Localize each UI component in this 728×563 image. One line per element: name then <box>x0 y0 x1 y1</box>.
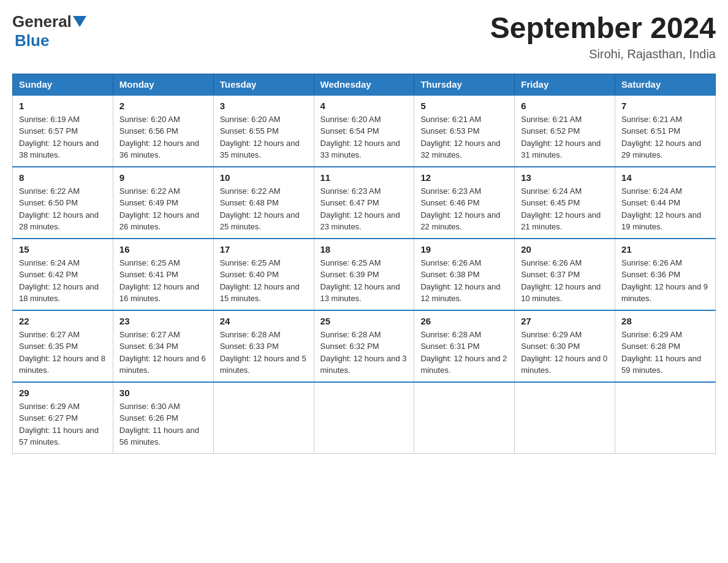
calendar-cell: 2Sunrise: 6:20 AMSunset: 6:56 PMDaylight… <box>113 95 213 167</box>
day-number: 21 <box>621 244 709 255</box>
day-info: Sunrise: 6:24 AMSunset: 6:42 PMDaylight:… <box>19 257 107 305</box>
calendar-cell: 12Sunrise: 6:23 AMSunset: 6:46 PMDayligh… <box>414 167 515 239</box>
logo-triangle-icon <box>73 16 86 29</box>
day-info: Sunrise: 6:20 AMSunset: 6:54 PMDaylight:… <box>320 113 408 161</box>
day-number: 7 <box>621 101 709 111</box>
day-info: Sunrise: 6:28 AMSunset: 6:33 PMDaylight:… <box>220 329 308 377</box>
day-number: 1 <box>19 101 107 111</box>
day-info: Sunrise: 6:26 AMSunset: 6:37 PMDaylight:… <box>521 257 609 305</box>
month-title: September 2024 <box>490 12 716 45</box>
day-info: Sunrise: 6:21 AMSunset: 6:53 PMDaylight:… <box>420 113 508 161</box>
calendar-cell: 7Sunrise: 6:21 AMSunset: 6:51 PMDaylight… <box>615 95 716 167</box>
day-info: Sunrise: 6:21 AMSunset: 6:51 PMDaylight:… <box>621 113 709 161</box>
calendar-cell: 17Sunrise: 6:25 AMSunset: 6:40 PMDayligh… <box>213 239 314 310</box>
calendar-cell: 29Sunrise: 6:29 AMSunset: 6:27 PMDayligh… <box>13 382 113 454</box>
day-info: Sunrise: 6:27 AMSunset: 6:35 PMDaylight:… <box>19 329 107 377</box>
day-info: Sunrise: 6:29 AMSunset: 6:27 PMDaylight:… <box>19 400 107 448</box>
calendar-cell: 21Sunrise: 6:26 AMSunset: 6:36 PMDayligh… <box>615 239 716 310</box>
calendar-cell: 25Sunrise: 6:28 AMSunset: 6:32 PMDayligh… <box>314 310 414 382</box>
day-info: Sunrise: 6:26 AMSunset: 6:36 PMDaylight:… <box>621 257 709 305</box>
calendar-cell: 24Sunrise: 6:28 AMSunset: 6:33 PMDayligh… <box>213 310 314 382</box>
day-info: Sunrise: 6:30 AMSunset: 6:26 PMDaylight:… <box>119 400 207 448</box>
day-number: 17 <box>220 244 308 255</box>
day-info: Sunrise: 6:27 AMSunset: 6:34 PMDaylight:… <box>119 329 207 377</box>
day-number: 28 <box>621 316 709 326</box>
col-header-saturday: Saturday <box>615 74 716 95</box>
week-row-4: 22Sunrise: 6:27 AMSunset: 6:35 PMDayligh… <box>13 310 716 382</box>
day-number: 15 <box>19 244 107 255</box>
day-info: Sunrise: 6:19 AMSunset: 6:57 PMDaylight:… <box>19 113 107 161</box>
calendar-cell: 13Sunrise: 6:24 AMSunset: 6:45 PMDayligh… <box>515 167 615 239</box>
calendar-cell: 27Sunrise: 6:29 AMSunset: 6:30 PMDayligh… <box>515 310 615 382</box>
day-number: 20 <box>521 244 609 255</box>
day-info: Sunrise: 6:29 AMSunset: 6:30 PMDaylight:… <box>521 329 609 377</box>
page-header: General Blue September 2024 Sirohi, Raja… <box>12 12 716 61</box>
col-header-tuesday: Tuesday <box>213 74 314 95</box>
calendar-cell <box>314 382 414 454</box>
day-number: 13 <box>521 172 609 183</box>
day-number: 6 <box>521 101 609 111</box>
calendar-cell: 28Sunrise: 6:29 AMSunset: 6:28 PMDayligh… <box>615 310 716 382</box>
calendar-cell: 14Sunrise: 6:24 AMSunset: 6:44 PMDayligh… <box>615 167 716 239</box>
calendar-cell: 18Sunrise: 6:25 AMSunset: 6:39 PMDayligh… <box>314 239 414 310</box>
col-header-wednesday: Wednesday <box>314 74 414 95</box>
calendar-cell: 20Sunrise: 6:26 AMSunset: 6:37 PMDayligh… <box>515 239 615 310</box>
day-number: 30 <box>119 388 207 398</box>
calendar-cell: 3Sunrise: 6:20 AMSunset: 6:55 PMDaylight… <box>213 95 314 167</box>
svg-marker-0 <box>73 16 86 27</box>
day-info: Sunrise: 6:23 AMSunset: 6:46 PMDaylight:… <box>420 185 508 233</box>
calendar-cell: 30Sunrise: 6:30 AMSunset: 6:26 PMDayligh… <box>113 382 213 454</box>
calendar-cell <box>515 382 615 454</box>
day-info: Sunrise: 6:28 AMSunset: 6:32 PMDaylight:… <box>320 329 408 377</box>
day-number: 9 <box>119 172 207 183</box>
calendar-cell: 5Sunrise: 6:21 AMSunset: 6:53 PMDaylight… <box>414 95 515 167</box>
day-number: 24 <box>220 316 308 326</box>
day-number: 26 <box>420 316 508 326</box>
logo-general-text: General <box>12 12 72 31</box>
day-info: Sunrise: 6:25 AMSunset: 6:40 PMDaylight:… <box>220 257 308 305</box>
day-number: 25 <box>320 316 408 326</box>
day-number: 16 <box>119 244 207 255</box>
calendar-cell: 22Sunrise: 6:27 AMSunset: 6:35 PMDayligh… <box>13 310 113 382</box>
day-number: 8 <box>19 172 107 183</box>
day-info: Sunrise: 6:21 AMSunset: 6:52 PMDaylight:… <box>521 113 609 161</box>
col-header-sunday: Sunday <box>13 74 113 95</box>
location-text: Sirohi, Rajasthan, India <box>490 47 716 61</box>
title-section: September 2024 Sirohi, Rajasthan, India <box>490 12 716 61</box>
day-info: Sunrise: 6:24 AMSunset: 6:44 PMDaylight:… <box>621 185 709 233</box>
day-number: 19 <box>420 244 508 255</box>
week-row-3: 15Sunrise: 6:24 AMSunset: 6:42 PMDayligh… <box>13 239 716 310</box>
col-header-monday: Monday <box>113 74 213 95</box>
calendar-cell: 4Sunrise: 6:20 AMSunset: 6:54 PMDaylight… <box>314 95 414 167</box>
calendar-cell: 26Sunrise: 6:28 AMSunset: 6:31 PMDayligh… <box>414 310 515 382</box>
day-info: Sunrise: 6:20 AMSunset: 6:56 PMDaylight:… <box>119 113 207 161</box>
day-info: Sunrise: 6:23 AMSunset: 6:47 PMDaylight:… <box>320 185 408 233</box>
calendar-cell: 16Sunrise: 6:25 AMSunset: 6:41 PMDayligh… <box>113 239 213 310</box>
day-number: 14 <box>621 172 709 183</box>
calendar-cell <box>615 382 716 454</box>
day-number: 22 <box>19 316 107 326</box>
day-number: 5 <box>420 101 508 111</box>
logo: General Blue <box>12 12 86 50</box>
col-header-friday: Friday <box>515 74 615 95</box>
day-number: 4 <box>320 101 408 111</box>
calendar-header-row: SundayMondayTuesdayWednesdayThursdayFrid… <box>13 74 716 95</box>
day-info: Sunrise: 6:26 AMSunset: 6:38 PMDaylight:… <box>420 257 508 305</box>
calendar-cell: 15Sunrise: 6:24 AMSunset: 6:42 PMDayligh… <box>13 239 113 310</box>
day-number: 29 <box>19 388 107 398</box>
calendar-cell: 23Sunrise: 6:27 AMSunset: 6:34 PMDayligh… <box>113 310 213 382</box>
col-header-thursday: Thursday <box>414 74 515 95</box>
calendar-cell <box>414 382 515 454</box>
calendar-cell: 10Sunrise: 6:22 AMSunset: 6:48 PMDayligh… <box>213 167 314 239</box>
day-number: 11 <box>320 172 408 183</box>
calendar-cell: 19Sunrise: 6:26 AMSunset: 6:38 PMDayligh… <box>414 239 515 310</box>
day-number: 3 <box>220 101 308 111</box>
logo-blue-text: Blue <box>15 31 49 50</box>
calendar-cell: 6Sunrise: 6:21 AMSunset: 6:52 PMDaylight… <box>515 95 615 167</box>
calendar-table: SundayMondayTuesdayWednesdayThursdayFrid… <box>12 74 716 454</box>
day-number: 23 <box>119 316 207 326</box>
day-info: Sunrise: 6:20 AMSunset: 6:55 PMDaylight:… <box>220 113 308 161</box>
day-info: Sunrise: 6:22 AMSunset: 6:49 PMDaylight:… <box>119 185 207 233</box>
day-info: Sunrise: 6:28 AMSunset: 6:31 PMDaylight:… <box>420 329 508 377</box>
day-info: Sunrise: 6:25 AMSunset: 6:39 PMDaylight:… <box>320 257 408 305</box>
